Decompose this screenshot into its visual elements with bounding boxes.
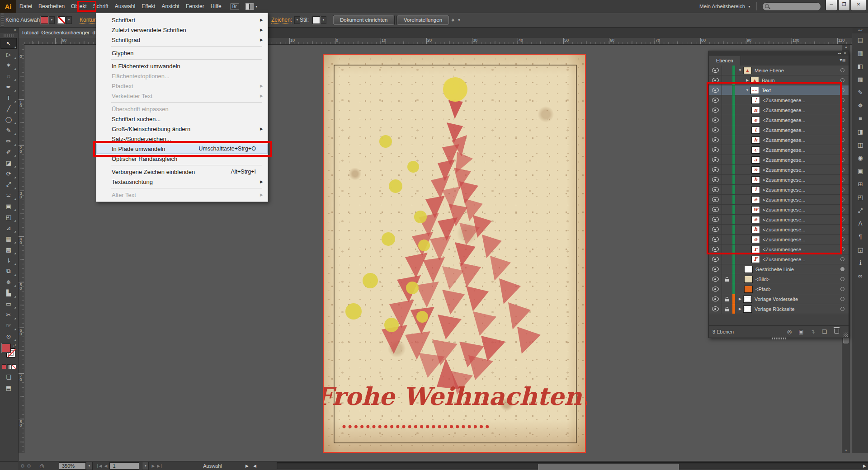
free-transform-tool[interactable]: ▣◢ — [0, 201, 17, 212]
swatches-panel-icon[interactable]: ▩ — [852, 73, 868, 86]
appearance-panel-icon[interactable]: ◉ — [852, 151, 868, 164]
line-segment-tool[interactable]: ╱◢ — [0, 103, 17, 114]
lock-toggle[interactable] — [722, 66, 732, 75]
ellipse-tool[interactable]: ◯◢ — [0, 114, 17, 125]
color-guide-panel-icon[interactable]: ◧ — [852, 60, 868, 73]
scroll-up-icon[interactable]: ▲ — [842, 44, 850, 50]
chevron-down-icon[interactable]: ▼ — [66, 16, 72, 24]
collapse-layer-icon[interactable]: ▼ — [737, 68, 743, 72]
layer-target[interactable] — [836, 287, 849, 291]
arrange-documents-button[interactable]: ▼ — [245, 3, 258, 10]
blob-brush-tool[interactable]: ✐◢ — [0, 146, 17, 157]
align-panel-icon[interactable]: ⊞ — [852, 178, 868, 191]
lock-toggle[interactable] — [722, 264, 732, 274]
layer-row-zusammengese[interactable]: F<Zusammengese... — [709, 254, 849, 264]
none-button[interactable] — [12, 364, 16, 369]
zoom-tool[interactable]: ⊙◢ — [0, 331, 17, 342]
info-panel-icon[interactable]: ℹ — [852, 256, 868, 269]
lock-toggle[interactable] — [722, 294, 732, 304]
reference-point-icon[interactable]: ⌖ ▼ — [451, 13, 461, 27]
selection-tool[interactable]: ↖◢ — [0, 38, 17, 49]
slice-tool[interactable]: ✂◢ — [0, 309, 17, 320]
sync-icon[interactable]: ⚙ — [20, 463, 25, 469]
panel-bottom-grip[interactable] — [772, 338, 786, 339]
layer-row-pfad[interactable]: <Pfad> — [709, 284, 849, 294]
shape-builder-tool[interactable]: ◰◢ — [0, 212, 17, 222]
menu-fenster[interactable]: Fenster — [183, 0, 208, 13]
artboard-tool[interactable]: ▭◢ — [0, 298, 17, 309]
transparency-panel-icon[interactable]: ◫ — [852, 138, 868, 151]
style-swatch[interactable] — [312, 16, 320, 24]
menu-datei[interactable]: Datei — [16, 0, 35, 13]
fill-stroke-swatches[interactable]: ⇄ — [0, 343, 17, 362]
column-graph-tool[interactable]: ▙◢ — [0, 287, 17, 298]
menu-auswahl[interactable]: Auswahl — [112, 0, 138, 13]
vertical-ruler[interactable]: 01 02 03 04 05 06 07 08 0 — [18, 44, 24, 453]
new-layer-icon[interactable]: ❏ — [819, 329, 830, 335]
gradient-tool[interactable]: ▩◢ — [0, 244, 17, 255]
pencil-tool[interactable]: ✏◢ — [0, 136, 17, 146]
ruler-origin-corner[interactable] — [18, 38, 24, 45]
graphic-styles-panel-icon[interactable]: ▣ — [852, 164, 868, 178]
chevron-down-icon[interactable]: ▼ — [49, 16, 55, 24]
menu-item-verborgene-zeichen-einblenden[interactable]: Verborgene Zeichen einblendenAlt+Strg+I — [96, 167, 268, 177]
screen-mode-button[interactable]: ⬒ — [0, 382, 17, 393]
magic-wand-tool[interactable]: ✶◢ — [0, 60, 17, 70]
brushes-panel-icon[interactable]: ✎ — [852, 86, 868, 99]
last-artboard-icon[interactable]: ▶❘ — [157, 464, 162, 468]
status-menu-icon[interactable]: ▶ — [245, 461, 249, 470]
locate-object-icon[interactable]: ◎ — [783, 329, 795, 335]
layer-target[interactable] — [836, 68, 849, 72]
visibility-toggle[interactable] — [709, 66, 722, 75]
menu-item-groß-kleinschreibung-ändern[interactable]: Groß-/Kleinschreibung ändern▶ — [96, 124, 268, 134]
menu-effekt[interactable]: Effekt — [138, 0, 158, 13]
swap-fill-stroke-icon[interactable]: ⇄ — [13, 343, 16, 348]
control-bar-grip[interactable] — [1, 13, 4, 27]
artboard-gift-tag[interactable]: Frohe Weihnachten! — [323, 54, 586, 453]
width-tool[interactable]: ≍◢ — [0, 190, 17, 201]
visibility-toggle[interactable] — [709, 294, 722, 304]
transform-panel-icon[interactable]: ⤢ — [852, 204, 868, 217]
search-input[interactable] — [771, 3, 818, 10]
minimize-button[interactable]: ─ — [826, 0, 837, 11]
clipping-mask-icon[interactable]: ▣ — [795, 329, 807, 335]
expand-dock-icon[interactable]: «« — [852, 27, 868, 33]
fill-color-swatch[interactable] — [41, 16, 48, 24]
layer-target[interactable] — [836, 297, 849, 301]
panel-resize-grip[interactable] — [844, 333, 848, 337]
layers-panel-drag-bar[interactable]: ◂◂ ✕ — [709, 51, 849, 56]
layer-row-bild[interactable]: <Bild> — [709, 274, 849, 284]
lasso-tool[interactable]: ◌◢ — [0, 70, 17, 81]
layer-target[interactable] — [836, 257, 849, 261]
close-button[interactable]: ✕ — [851, 0, 866, 11]
menu-item-glyphen[interactable]: Glyphen — [96, 48, 268, 58]
artboard-number-field[interactable]: 1 — [109, 462, 139, 470]
blend-tool[interactable]: ⧉◢ — [0, 266, 17, 277]
scroll-down-icon[interactable]: ▼ — [842, 448, 850, 453]
new-sublayer-icon[interactable]: ↴ — [807, 329, 819, 335]
menu-bearbeiten[interactable]: Bearbeiten — [35, 0, 68, 13]
menu-item-schriftart-suchen[interactable]: Schriftart suchen... — [96, 114, 268, 124]
bridge-button[interactable]: Br — [230, 3, 239, 10]
links-panel-icon[interactable]: ∞ — [852, 269, 868, 282]
gradient-panel-icon[interactable]: ◨ — [852, 125, 868, 138]
menu-item-schriftart[interactable]: Schriftart▶ — [96, 15, 268, 25]
lock-toggle[interactable] — [722, 274, 732, 284]
eraser-tool[interactable]: ◪◢ — [0, 157, 17, 168]
mesh-tool[interactable]: ▦◢ — [0, 233, 17, 244]
scroll-right-icon[interactable]: ▶ — [863, 461, 866, 470]
horizontal-scrollbar[interactable] — [277, 462, 868, 469]
layer-target[interactable] — [836, 267, 849, 271]
perspective-grid-tool[interactable]: ⊿◢ — [0, 222, 17, 233]
document-setup-button[interactable]: Dokument einrichten — [333, 15, 394, 25]
artboards-panel-icon[interactable]: ▤ — [852, 33, 868, 47]
zoom-level-field[interactable]: 350% — [59, 462, 86, 470]
navigator-panel-icon[interactable]: ◲ — [852, 243, 868, 256]
fill-swatch[interactable] — [2, 343, 11, 352]
stroke-panel-icon[interactable]: ≡ — [852, 112, 868, 125]
color-panel-icon[interactable]: ▦ — [852, 47, 868, 60]
menu-hilfe[interactable]: Hilfe — [208, 0, 225, 13]
character-panel-link[interactable]: Zeichen: ▼ — [271, 13, 300, 27]
delete-layer-icon[interactable] — [830, 329, 842, 335]
restore-button[interactable]: ❐ — [838, 0, 850, 11]
